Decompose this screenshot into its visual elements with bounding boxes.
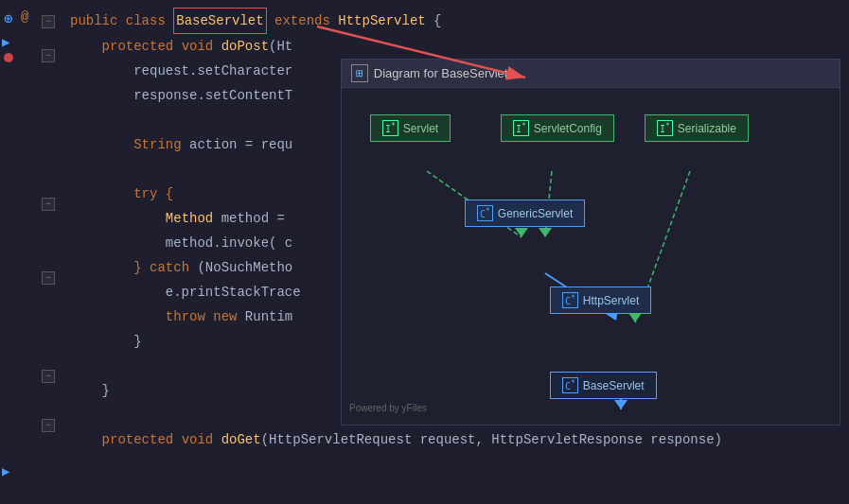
code-line-2: protected void doPost(Ht [70,34,838,59]
code-line-1: public class BaseServlet extends HttpSer… [70,8,838,34]
diagram-node-serializable[interactable]: I* Serializable [645,114,749,142]
baseservlet-icon: C* [562,377,578,393]
keyword-public: public [70,9,126,33]
diagram-header[interactable]: ⊞ Diagram for BaseServlet [342,60,840,88]
baseservlet-label: BaseServlet [583,379,645,392]
debug-arrow-1: ▶ [2,34,9,50]
serializable-label: Serializable [678,122,736,135]
code-runtime: Runtim [245,304,292,329]
keyword-protected: protected [102,34,182,59]
fold-icon-catch[interactable]: − [42,271,55,285]
diagram-node-servletconfig[interactable]: I* ServletConfig [501,114,614,142]
servletconfig-label: ServletConfig [534,122,602,135]
code-print-stack: e.printStackTrace [70,280,301,304]
fold-icon-try[interactable]: − [42,198,55,211]
method-doget: doGet [221,427,261,452]
diagram-body: I* Servlet I* ServletConfig I* Serializa… [342,88,840,417]
code-request-char: request.setCharacter [70,59,292,83]
keyword-throw: throw [166,304,213,329]
servlet-icon: I* [382,120,398,136]
code-invoke-args: ( c [269,231,292,255]
diagram-overlay: ⊞ Diagram for BaseServlet [341,59,840,426]
indent-catch [70,255,133,280]
keyword-class: class [126,9,173,33]
yfiles-credit: Powered by yFiles [349,403,427,413]
diagram-header-icon: ⊞ [351,64,368,82]
svg-marker-11 [614,400,628,409]
code-assign: = requ [237,132,292,157]
httpservlet-label: HttpServlet [583,294,639,307]
var-action: action [189,132,237,157]
svg-marker-7 [628,313,642,322]
debug-dot-1 [4,53,13,62]
indent-method [70,206,166,231]
dopost-params: (Ht [269,34,292,59]
code-response-content: response.setContentT [70,83,292,108]
indent-2 [70,34,102,59]
diagram-node-genericservlet[interactable]: C* GenericServlet [465,200,585,227]
keyword-void: void [182,34,221,59]
code-method-assign: = [269,206,285,231]
type-method: Method [166,206,221,231]
genericservlet-label: GenericServlet [498,207,573,220]
svg-marker-5 [539,228,552,237]
var-method: method [221,206,269,231]
classname-baseservlet: BaseServlet [173,8,266,34]
svg-marker-3 [515,228,528,237]
code-close-method: } [70,378,110,403]
diagram-node-servlet[interactable]: I* Servlet [370,114,451,142]
at-icon[interactable]: @ [21,9,38,25]
diagram-node-baseservlet[interactable]: C* BaseServlet [550,372,657,399]
keyword-catch: } catch [133,255,197,280]
code-line-18: protected void doGet(HttpServletRequest … [70,427,838,452]
keyword-extends: extends [267,9,339,33]
code-invoke: method.invoke [70,231,269,255]
serializable-icon: I* [657,120,673,136]
servlet-label: Servlet [403,122,438,135]
goto-icon[interactable]: ⊕ [4,9,13,28]
fold-icon-method1[interactable]: − [42,49,55,62]
code-editor: ⊕ @ − ▶ − − − − − ▶ public class BaseSer… [0,0,849,504]
httpservlet-icon: C* [562,292,578,308]
diagram-header-text: Diagram for BaseServlet [374,66,508,80]
keyword-new: new [213,304,245,329]
code-catch-type: (NoSuchMetho [197,255,292,280]
keyword-string: String [133,132,189,157]
genericservlet-icon: C* [477,205,493,221]
indent-throw [70,304,166,329]
indent-doget [70,427,102,452]
code-close-catch: } [70,329,142,354]
keyword-protected-2: protected [102,427,182,452]
indent-string [70,132,133,157]
keyword-try: try { [133,182,173,206]
diagram-node-httpservlet[interactable]: C* HttpServlet [550,287,651,314]
fold-icon-class[interactable]: − [42,15,55,28]
keyword-void-2: void [182,427,221,452]
method-dopost: doPost [221,34,269,59]
debug-arrow-2: ▶ [2,463,9,479]
code-brace: { [426,9,442,33]
fold-icon-class2[interactable]: − [42,419,55,432]
classname-httpservlet: HttpServlet [338,9,425,33]
doget-params: (HttpServletRequest request, HttpServlet… [261,427,722,452]
indent-try [70,182,133,206]
fold-icon-method2[interactable]: − [42,370,55,383]
servletconfig-icon: I* [513,120,529,136]
